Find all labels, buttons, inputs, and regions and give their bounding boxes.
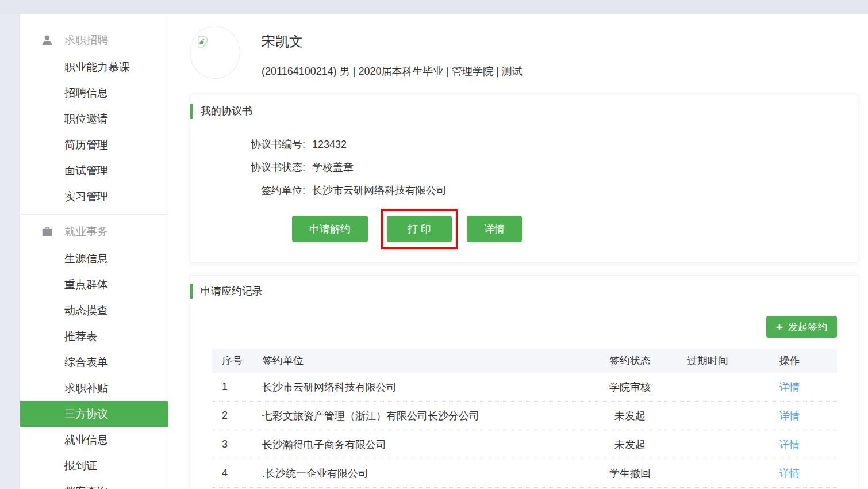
initiate-signing-label: 发起签约 (788, 320, 827, 334)
avatar (190, 26, 240, 79)
table-header-row: 序号 签约单位 签约状态 过期时间 操作 (212, 349, 837, 373)
field-label: 协议书状态: (190, 161, 305, 174)
table-row: 3 长沙瀚得电子商务有限公司 未发起 详情 (212, 430, 837, 459)
cell-action: 详情 (742, 380, 837, 394)
field-label: 协议书编号: (190, 137, 305, 151)
detail-link[interactable]: 详情 (779, 410, 800, 422)
main-content: 宋凯文 (201164100214) 男 | 2020届本科生毕业 | 管理学院… (169, 14, 868, 489)
cell-action: 详情 (742, 438, 837, 452)
cell-company: .长沙统一企业有限公司 (261, 467, 587, 480)
plus-icon: + (776, 321, 783, 333)
sidebar-divider (20, 214, 168, 215)
sidebar-item-label: 三方协议 (64, 407, 108, 422)
sidebar-menu-employment: 生源信息 重点群体 动态摸查 推荐表 综合表单 求职补贴 三方协议 就业信息 报… (20, 246, 168, 489)
cell-company: 长沙市云研网络科技有限公司 (261, 380, 587, 394)
sidebar-item[interactable]: 招聘信息 (20, 80, 168, 106)
field-value: 学校盖章 (312, 161, 354, 174)
sidebar-section-jobseeking: 求职招聘 (20, 26, 168, 54)
col-header-status: 签约状态 (587, 354, 673, 368)
user-icon (41, 34, 53, 47)
col-header-company: 签约单位 (261, 354, 587, 368)
cell-status: 未发起 (587, 438, 673, 452)
field-row: 协议书编号: 123432 (190, 133, 858, 156)
field-label: 签约单位: (190, 184, 305, 197)
cell-action: 详情 (742, 467, 837, 480)
sidebar-item-label: 动态摸查 (64, 303, 108, 318)
cell-company: 长沙瀚得电子商务有限公司 (261, 438, 587, 452)
detail-button[interactable]: 详情 (467, 216, 522, 242)
green-bar (190, 104, 193, 119)
left-margin-strip (0, 14, 20, 489)
cell-index: 3 (212, 438, 261, 450)
student-meta: (201164100214) 男 | 2020届本科生毕业 | 管理学院 | 测… (262, 64, 523, 78)
sidebar-item-label: 报到证 (64, 459, 97, 473)
field-value: 123432 (312, 139, 347, 151)
sidebar-item-label: 生源信息 (64, 251, 108, 266)
sidebar-item[interactable]: 就业信息 (20, 427, 168, 453)
cell-action: 详情 (742, 409, 837, 423)
student-name: 宋凯文 (262, 32, 303, 51)
agreement-card: 我的协议书 协议书编号: 123432 协议书状态: 学校盖章 签约单位: 长沙… (190, 95, 858, 263)
table-row: 1 长沙市云研网络科技有限公司 学院审核 详情 (212, 373, 837, 402)
records-card: 申请应约记录 + 发起签约 序号 签约单位 签约状态 过期时间 操作 1 长沙市… (190, 275, 858, 489)
sidebar-item[interactable]: 职业能力慕课 (20, 54, 168, 80)
app-page: 求职招聘 职业能力慕课 招聘信息 职位邀请 简历管理 面试管理 实习管理 (0, 0, 868, 489)
top-margin-strip (0, 0, 868, 14)
table-row: 4 .长沙统一企业有限公司 学生撤回 详情 (212, 459, 837, 488)
sidebar-item[interactable]: 求职补贴 (20, 375, 168, 401)
sidebar-item-label: 职业能力慕课 (64, 60, 130, 75)
agreement-card-title: 我的协议书 (190, 104, 252, 119)
cell-status: 学生撤回 (587, 467, 673, 480)
card-title-text: 申请应约记录 (201, 284, 263, 298)
cell-company: 七彩文旅资产管理（浙江）有限公司长沙分公司 (261, 409, 587, 423)
detail-link[interactable]: 详情 (779, 381, 800, 393)
sidebar-item-label: 就业信息 (64, 433, 108, 448)
sidebar-item[interactable]: 简历管理 (20, 132, 168, 158)
sidebar-item-label: 面试管理 (64, 163, 108, 178)
sidebar-item[interactable]: 三方协议 (20, 401, 168, 427)
print-button[interactable]: 打 印 (387, 216, 452, 242)
sidebar-item-label: 简历管理 (64, 137, 108, 152)
sidebar-section-label: 就业事务 (64, 224, 108, 239)
sidebar-item[interactable]: 生源信息 (20, 246, 168, 272)
sidebar-item-label: 职位邀请 (64, 112, 108, 127)
sidebar-item-label: 综合表单 (64, 355, 108, 370)
records-card-title: 申请应约记录 (190, 284, 263, 299)
sidebar-item[interactable]: 实习管理 (20, 184, 168, 209)
sidebar-item[interactable]: 档案查询 (20, 479, 168, 489)
print-button-highlight-box: 打 印 (381, 209, 458, 249)
sidebar-item[interactable]: 报到证 (20, 453, 168, 479)
sidebar-section-employment: 就业事务 (20, 218, 168, 246)
cell-index: 4 (212, 467, 261, 479)
table-body: 1 长沙市云研网络科技有限公司 学院审核 详情 2 七彩文旅资产管理（浙江）有限… (212, 373, 837, 488)
agreement-actions: 申请解约 打 印 详情 (292, 209, 522, 249)
cell-index: 1 (212, 381, 261, 393)
agreement-fields: 协议书编号: 123432 协议书状态: 学校盖章 签约单位: 长沙市云研网络科… (190, 133, 858, 202)
sidebar-item[interactable]: 综合表单 (20, 349, 168, 375)
sidebar-item-label: 招聘信息 (64, 86, 108, 101)
cancel-agreement-button[interactable]: 申请解约 (292, 216, 368, 242)
sidebar-section-label: 求职招聘 (64, 33, 108, 48)
sidebar-item-label: 求职补贴 (64, 381, 108, 396)
col-header-action: 操作 (742, 354, 837, 368)
detail-link[interactable]: 详情 (779, 439, 800, 450)
field-value: 长沙市云研网络科技有限公司 (312, 184, 447, 197)
sidebar-item[interactable]: 推荐表 (20, 323, 168, 349)
sidebar-menu-jobseeking: 职业能力慕课 招聘信息 职位邀请 简历管理 面试管理 实习管理 (20, 54, 168, 209)
sidebar-item-label: 推荐表 (64, 329, 97, 344)
initiate-signing-button[interactable]: + 发起签约 (766, 316, 837, 338)
field-row: 签约单位: 长沙市云研网络科技有限公司 (190, 179, 858, 202)
sidebar-item[interactable]: 职位邀请 (20, 106, 168, 132)
green-bar (190, 284, 193, 299)
cell-status: 学院审核 (587, 380, 673, 394)
records-table: 序号 签约单位 签约状态 过期时间 操作 1 长沙市云研网络科技有限公司 学院审… (212, 349, 837, 488)
sidebar-item[interactable]: 面试管理 (20, 158, 168, 184)
sidebar-item[interactable]: 动态摸查 (20, 297, 168, 323)
briefcase-icon (41, 226, 53, 238)
detail-link[interactable]: 详情 (779, 468, 800, 479)
field-row: 协议书状态: 学校盖章 (190, 156, 858, 179)
cell-index: 2 (212, 410, 261, 422)
broken-image-icon (195, 35, 211, 49)
sidebar-item[interactable]: 重点群体 (20, 272, 168, 297)
cell-status: 未发起 (587, 409, 673, 423)
